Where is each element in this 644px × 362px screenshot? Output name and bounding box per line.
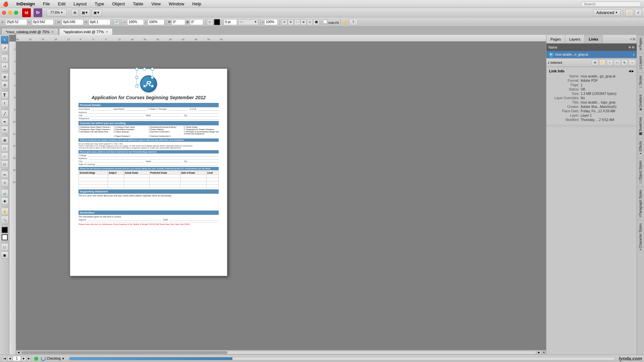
stroke-dropdown[interactable]: ── ▼	[238, 19, 258, 25]
w-input[interactable]	[62, 19, 84, 25]
shear-input[interactable]	[190, 19, 203, 25]
lightning-btn[interactable]: ⚡	[342, 19, 348, 25]
stroke-swatch[interactable]	[2, 234, 8, 240]
content-collector[interactable]: ⊕	[1, 73, 8, 80]
angle-input[interactable]	[172, 19, 185, 25]
ellipse-tool[interactable]: ○	[1, 153, 8, 160]
relink-folder-btn[interactable]: 📁	[599, 60, 606, 66]
pages-collapsed[interactable]: ⊞Pages	[637, 35, 644, 53]
align-btn[interactable]: ⊤	[349, 19, 358, 25]
opacity-input[interactable]	[264, 19, 278, 25]
panel-expand-icon[interactable]: ⊞	[633, 37, 635, 41]
gap-tool[interactable]: ⊣	[1, 63, 8, 70]
preflight-check[interactable]: ✓	[635, 9, 642, 16]
direct-select-tool[interactable]: ↗	[1, 44, 8, 52]
line-tool[interactable]: ╱	[1, 110, 8, 117]
h-input[interactable]	[89, 19, 110, 25]
links-sort-icon[interactable]: ⊕	[629, 46, 631, 49]
scroll-track[interactable]	[21, 351, 536, 354]
menu-view[interactable]: View	[150, 1, 162, 7]
panel-menu-icon[interactable]: ≡	[630, 37, 632, 41]
free-transform-tool[interactable]: ⊹	[1, 179, 8, 186]
page-number-input[interactable]	[13, 356, 21, 361]
last-page-btn[interactable]: ▶|	[27, 356, 32, 361]
advanced-dropdown[interactable]: Advanced ▼	[593, 9, 621, 16]
gradient-collapsed[interactable]: ▦Gradient	[637, 92, 644, 114]
paragraph-styles-collapsed[interactable]: ¶Paragraph Styles	[637, 187, 644, 220]
menu-edit[interactable]: Edit	[57, 1, 67, 7]
apple-menu[interactable]: 🍎	[3, 1, 8, 7]
x-input[interactable]	[5, 19, 27, 25]
update-link-btn[interactable]: ↑	[606, 60, 613, 66]
scale-w-input[interactable]	[127, 19, 144, 25]
object-styles-collapsed[interactable]: ◻Object Styles	[637, 158, 644, 187]
next-page-btn[interactable]: ▶	[21, 356, 26, 361]
canvas-area[interactable]: 36 30 24 18 12 6 0 6 12 18 24 30 36 42 4…	[9, 35, 546, 355]
menu-file[interactable]: File	[42, 1, 51, 7]
tab-close-roux[interactable]: ✕	[51, 30, 54, 34]
auto-fit-checkbox[interactable]	[323, 19, 327, 24]
stroke-btn[interactable]: ◻	[207, 19, 213, 25]
layers-collapsed[interactable]: ◫Layers	[637, 53, 644, 72]
link-item-1[interactable]: P roux acade...o_gray.ai 1	[546, 51, 637, 58]
bridge-icon[interactable]: Br	[34, 8, 42, 17]
prev-page-btn[interactable]: ◀	[7, 356, 12, 361]
maximize-button[interactable]	[14, 11, 18, 15]
swatches-collapsed[interactable]: ⬛Swatches	[637, 114, 644, 138]
pencil-tool[interactable]: ✏	[1, 126, 8, 133]
fill-btn[interactable]	[214, 19, 220, 25]
fit-btn-1[interactable]: ⊡	[281, 19, 287, 25]
scroll-left-btn[interactable]: ◀	[16, 351, 21, 355]
link-info-next[interactable]: ▶	[632, 69, 634, 73]
tab-pages[interactable]: Pages	[546, 35, 565, 43]
pen-tool[interactable]: ✒	[1, 118, 8, 125]
minimize-button[interactable]	[8, 11, 12, 15]
links-filter-icon[interactable]: ⊞	[632, 46, 635, 49]
preflight-icon[interactable]: ⚡	[625, 9, 633, 16]
stroke-collapsed[interactable]: ▭Stroke	[637, 72, 644, 92]
type-on-path-tool[interactable]: ⌇	[1, 100, 8, 107]
fit-btn-3[interactable]: ⬚	[294, 19, 300, 25]
panel-scrollbar[interactable]	[546, 124, 637, 127]
tab-layers[interactable]: Layers	[565, 35, 585, 43]
menu-layout[interactable]: Layout	[72, 1, 88, 7]
fit-btn-6[interactable]: ⬛	[313, 19, 319, 25]
view-options-btn[interactable]: ⊞	[71, 9, 78, 16]
character-styles-collapsed[interactable]: ACharacter Styles	[637, 220, 644, 253]
update-all-btn[interactable]: ↑↑	[614, 60, 621, 66]
effects-collapsed[interactable]: ✦Effects	[637, 138, 644, 158]
polygon-tool[interactable]: ⬡	[1, 161, 8, 168]
checking-dropdown[interactable]: ▼	[62, 357, 65, 360]
scale-h-input[interactable]	[148, 19, 164, 25]
menu-help[interactable]: Help	[191, 1, 203, 7]
fit-btn-4[interactable]: ⊠	[301, 19, 307, 25]
menu-type[interactable]: Type	[93, 1, 105, 7]
preview-btn[interactable]: ▣	[1, 251, 8, 259]
menu-window[interactable]: Window	[167, 1, 185, 7]
tab-application[interactable]: *application.indd @ 77% ✕	[59, 28, 113, 35]
rectangle-frame-tool[interactable]: ⊠	[1, 136, 8, 144]
scroll-right-btn[interactable]: ▶	[537, 351, 541, 355]
page-tool[interactable]: □	[1, 55, 8, 62]
link-info-prev[interactable]: ◀	[629, 69, 631, 73]
rectangle-tool[interactable]: □	[1, 144, 8, 152]
select-tool[interactable]: ↖	[1, 36, 8, 44]
tab-links[interactable]: Links	[585, 35, 603, 43]
opacity-btn[interactable]: ○	[262, 19, 278, 25]
hand-tool[interactable]: ✋	[1, 208, 8, 215]
edit-original-btn[interactable]: ✎	[621, 60, 628, 66]
close-button[interactable]	[2, 11, 6, 15]
type-tool[interactable]: T	[1, 92, 8, 99]
fit-btn-5[interactable]: ◫	[307, 19, 313, 25]
go-to-link-btn[interactable]: →	[629, 60, 635, 66]
menu-object[interactable]: Object	[111, 1, 126, 7]
search-input[interactable]	[581, 1, 641, 7]
first-page-btn[interactable]: |◀	[2, 356, 7, 361]
horizontal-scrollbar[interactable]: ◀ ▶ ⊞	[16, 350, 546, 355]
menu-table[interactable]: Table	[131, 1, 145, 7]
stroke-size-input[interactable]	[224, 19, 237, 25]
fit-btn-2[interactable]: ⊞	[288, 19, 294, 25]
tab-close-application[interactable]: ✕	[106, 30, 108, 34]
measure-tool[interactable]: ✚	[1, 197, 8, 205]
eyedropper-tool[interactable]: 🔬	[1, 189, 8, 197]
